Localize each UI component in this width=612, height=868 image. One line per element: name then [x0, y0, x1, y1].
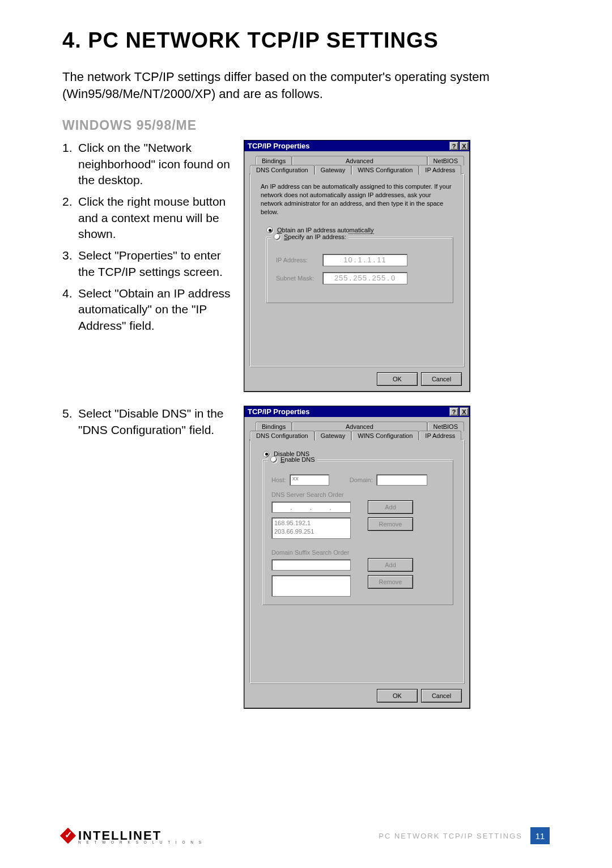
specify-ip-group: Specify an IP address: IP Address: 10. 1… — [266, 237, 453, 303]
brand-block: INTELLINET N E T W O R K S O L U T I O N… — [62, 830, 203, 844]
brand-tagline: N E T W O R K S O L U T I O N S — [78, 840, 203, 844]
radio-specify[interactable]: Specify an IP address: — [271, 233, 348, 240]
step-1: Click on the "Network neighborhood" icon… — [62, 140, 232, 188]
radio-auto-label: btain an IP address automatically — [282, 227, 374, 233]
dns-server-list[interactable]: 168.95.192.1 203.66.99.251 — [271, 517, 351, 539]
subnet-mask-input[interactable]: 255. 255. 255. 0 — [322, 272, 407, 284]
dialog-titlebar: TCP/IP Properties ? X — [244, 141, 470, 151]
dialog-title: TCP/IP Properties — [248, 142, 310, 150]
dialog-titlebar: TCP/IP Properties ? X — [244, 406, 470, 417]
document-page: 4. PC NETWORK TCP/IP SETTINGS The networ… — [0, 0, 612, 709]
tab-row-back: Bindings Advanced NetBIOS — [250, 156, 464, 165]
ok-button[interactable]: OK — [377, 689, 418, 703]
tab-advanced[interactable]: Advanced — [292, 156, 427, 165]
page-number: 11 — [530, 827, 550, 844]
tab-dns-configuration[interactable]: DNS Configuration — [250, 165, 314, 175]
section-ip-address: Click on the "Network neighborhood" icon… — [62, 140, 550, 392]
section-dns: Select "Disable DNS" in the "DNS Configu… — [62, 406, 550, 709]
tab-bindings[interactable]: Bindings — [256, 156, 292, 165]
close-icon: X — [462, 409, 466, 415]
ip-address-input[interactable]: 10. 1. 1. 11 — [322, 254, 407, 266]
cancel-button[interactable]: Cancel — [421, 372, 462, 386]
radio-icon — [274, 233, 280, 240]
tab-ip-address[interactable]: IP Address — [419, 431, 461, 440]
tab-netbios[interactable]: NetBIOS — [427, 156, 464, 165]
tab-wins-configuration[interactable]: WINS Configuration — [351, 165, 419, 175]
help-icon: ? — [452, 143, 456, 150]
page-heading: 4. PC NETWORK TCP/IP SETTINGS — [62, 28, 550, 53]
dns-server-order-label: DNS Server Search Order — [271, 491, 445, 498]
tab-row-front: DNS Configuration Gateway WINS Configura… — [250, 165, 464, 175]
step-2: Click the right mouse button and a conte… — [62, 194, 232, 242]
dialog-body: Bindings Advanced NetBIOS DNS Configurat… — [244, 151, 470, 392]
suffix-add-button[interactable]: Add — [368, 558, 413, 572]
dns-server-input[interactable]: . . . — [271, 501, 351, 513]
cancel-button[interactable]: Cancel — [421, 689, 462, 703]
tab-wins-configuration[interactable]: WINS Configuration — [351, 431, 419, 440]
host-label: Host: — [271, 476, 286, 483]
help-icon: ? — [452, 409, 456, 415]
ok-button[interactable]: OK — [377, 372, 418, 386]
tab-bindings[interactable]: Bindings — [256, 422, 292, 431]
footer-section-label: PC NETWORK TCP/IP SETTINGS — [379, 832, 522, 840]
ip-description: An IP address can be automatically assig… — [261, 182, 453, 216]
suffix-input[interactable] — [271, 559, 351, 571]
enable-dns-group: Enable DNS Host: xx Domain: DNS Server S… — [263, 460, 453, 605]
tab-ip-address[interactable]: IP Address — [419, 165, 461, 175]
tcpip-properties-dialog-ip: TCP/IP Properties ? X Bindings Advanced … — [244, 140, 470, 392]
tab-gateway[interactable]: Gateway — [314, 431, 351, 440]
tab-netbios[interactable]: NetBIOS — [427, 422, 464, 431]
subnet-mask-label: Subnet Mask: — [276, 275, 316, 282]
ip-address-label: IP Address: — [276, 257, 316, 263]
suffix-list[interactable] — [271, 575, 351, 597]
tcpip-properties-dialog-dns: TCP/IP Properties ? X Bindings Advanced … — [244, 406, 470, 709]
dialog-body: Bindings Advanced NetBIOS DNS Configurat… — [244, 417, 470, 708]
radio-enable-dns[interactable]: Enable DNS — [268, 456, 317, 463]
close-button[interactable]: X — [460, 142, 469, 150]
step-5: Select "Disable DNS" in the "DNS Configu… — [62, 406, 232, 438]
dialog-title: TCP/IP Properties — [248, 407, 310, 416]
tab-row-back: Bindings Advanced NetBIOS — [250, 422, 464, 431]
domain-input[interactable] — [376, 474, 427, 486]
dns-remove-button[interactable]: Remove — [368, 517, 413, 531]
instruction-list-a: Click on the "Network neighborhood" icon… — [62, 140, 232, 334]
step-3: Select "Properties" to enter the TCP/IP … — [62, 248, 232, 280]
close-icon: X — [462, 143, 466, 150]
instruction-list-b: Select "Disable DNS" in the "DNS Configu… — [62, 406, 232, 438]
section-subheading: WINDOWS 95/98/ME — [62, 118, 550, 133]
suffix-remove-button[interactable]: Remove — [368, 575, 413, 589]
ip-address-panel: An IP address can be automatically assig… — [250, 174, 464, 367]
domain-label: Domain: — [350, 476, 373, 483]
close-button[interactable]: X — [460, 407, 469, 416]
tab-gateway[interactable]: Gateway — [314, 165, 351, 175]
instruction-column: Click on the "Network neighborhood" icon… — [62, 140, 232, 339]
help-button[interactable]: ? — [449, 407, 458, 416]
intro-paragraph: The network TCP/IP settings differ based… — [62, 69, 550, 102]
tab-row-front: DNS Configuration Gateway WINS Configura… — [250, 431, 464, 440]
radio-icon — [266, 227, 273, 233]
page-footer: INTELLINET N E T W O R K S O L U T I O N… — [62, 827, 550, 844]
host-input[interactable]: xx — [290, 474, 329, 486]
domain-suffix-order-label: Domain Suffix Search Order — [271, 549, 445, 556]
brand-logo-icon — [60, 828, 76, 844]
tab-dns-configuration[interactable]: DNS Configuration — [250, 431, 314, 441]
help-button[interactable]: ? — [449, 142, 458, 150]
dns-config-panel: Disable DNS Enable DNS Host: xx Domain: — [250, 440, 464, 683]
step-4: Select "Obtain an IP address automatical… — [62, 286, 232, 334]
tab-advanced[interactable]: Advanced — [292, 422, 427, 431]
instruction-column: Select "Disable DNS" in the "DNS Configu… — [62, 406, 232, 444]
dns-add-button[interactable]: Add — [368, 500, 413, 514]
brand-name: INTELLINET — [78, 830, 162, 841]
radio-icon — [270, 456, 277, 463]
